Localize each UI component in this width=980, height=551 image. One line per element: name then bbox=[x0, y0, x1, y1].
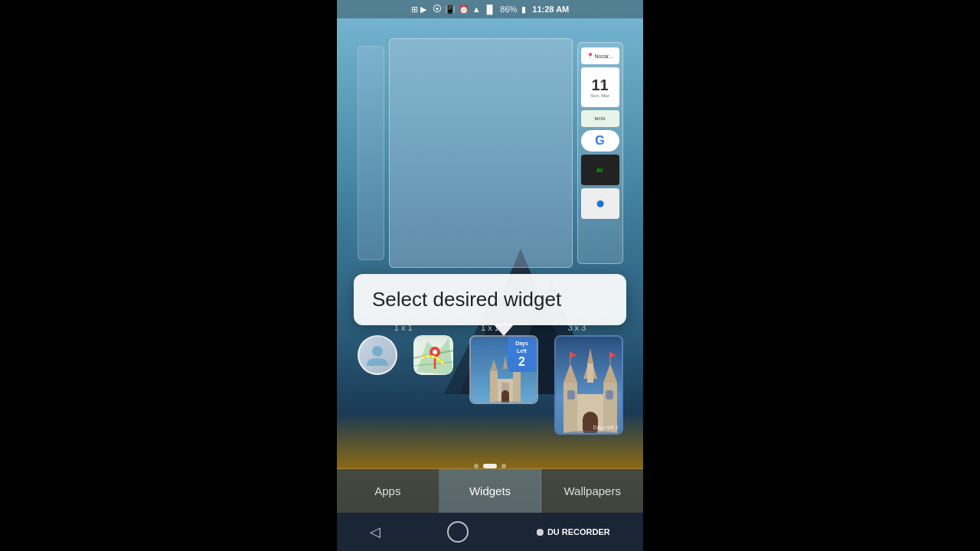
google-widget[interactable]: G bbox=[581, 130, 619, 152]
status-bar-content: ⊞ ▶ ⦿ 📳 ⏰ ▲ ▐▌ 86% ▮ 11:28 AM bbox=[411, 4, 569, 15]
back-icon: ◁ bbox=[370, 523, 381, 540]
phone-screen: ⊞ ▶ ⦿ 📳 ⏰ ▲ ▐▌ 86% ▮ 11:28 AM 📍 bbox=[337, 0, 643, 551]
svg-point-0 bbox=[372, 346, 383, 357]
svg-rect-29 bbox=[606, 390, 613, 399]
panels-area: 📍 Nozar... 11 Sun, Mar MON G AV 🔵 bbox=[337, 23, 643, 283]
av-icon: AV bbox=[596, 168, 603, 173]
contacts-widget-box[interactable] bbox=[358, 335, 397, 375]
google-g-icon: G bbox=[595, 134, 604, 148]
home-button[interactable] bbox=[447, 521, 469, 543]
contacts-icon-inner bbox=[359, 337, 396, 373]
calendar-widget: 11 Sun, Mar bbox=[581, 67, 619, 107]
wifi-icon: ▲ bbox=[472, 5, 481, 14]
days-left-bottom-text: Days left 2 bbox=[593, 425, 618, 430]
panel-right[interactable]: 📍 Nozar... 11 Sun, Mar MON G AV 🔵 bbox=[577, 42, 623, 264]
location-text: Nozar... bbox=[594, 54, 612, 59]
maps-svg bbox=[413, 335, 453, 375]
bluetooth-icon: ⦿ bbox=[433, 4, 442, 15]
svg-rect-7 bbox=[513, 371, 521, 404]
agenda-label: MON bbox=[595, 116, 606, 121]
svg-rect-6 bbox=[490, 371, 498, 404]
battery-icon: ▮ bbox=[521, 5, 526, 15]
tab-widgets[interactable]: Widgets bbox=[439, 469, 542, 513]
contacts-widget-item[interactable] bbox=[358, 335, 397, 375]
disney-castle-bg-large bbox=[556, 337, 622, 433]
chrome-icon: 🔵 bbox=[596, 201, 604, 207]
tab-wallpapers[interactable]: Wallpapers bbox=[541, 469, 643, 513]
maps-widget-item[interactable] bbox=[413, 335, 453, 375]
tab-apps[interactable]: Apps bbox=[337, 469, 439, 513]
widget-icons-row: DaysLeft 2 bbox=[337, 335, 643, 435]
recorder-label: DU RECORDER bbox=[547, 527, 610, 536]
days-left-label: DaysLeft bbox=[515, 341, 528, 354]
status-icons-left: ⊞ ▶ bbox=[411, 5, 426, 15]
calendar-day: Sun, Mar bbox=[590, 93, 609, 98]
disney-castle-svg-large bbox=[556, 337, 623, 435]
disney-widget-1x1-item[interactable]: DaysLeft 2 bbox=[469, 335, 538, 404]
av-widget: AV bbox=[581, 155, 619, 185]
days-number: 2 bbox=[510, 354, 534, 369]
bottom-tabs: Apps Widgets Wallpapers bbox=[337, 468, 643, 513]
status-bar: ⊞ ▶ ⦿ 📳 ⏰ ▲ ▐▌ 86% ▮ 11:28 AM bbox=[337, 0, 643, 18]
chromebook-widget: 🔵 bbox=[581, 188, 619, 219]
calendar-date: 11 bbox=[591, 77, 608, 93]
contacts-person-svg bbox=[365, 343, 390, 367]
signal-icon: ▐▌ bbox=[484, 5, 496, 14]
svg-point-3 bbox=[433, 350, 437, 354]
battery-percent: 86% bbox=[500, 5, 517, 14]
alarm-icon: ⏰ bbox=[459, 5, 469, 15]
svg-rect-21 bbox=[587, 364, 593, 383]
agenda-widget: MON bbox=[581, 110, 619, 127]
nav-bar: ◁ ⏺ DU RECORDER bbox=[337, 513, 643, 551]
location-widget: 📍 Nozar... bbox=[581, 47, 619, 64]
tooltip-bubble: Select desired widget bbox=[354, 274, 626, 325]
disney-widget-3x3-item[interactable]: Days left 2 bbox=[554, 335, 623, 435]
home-circle-icon bbox=[447, 521, 469, 543]
black-right bbox=[643, 0, 980, 551]
days-left-bottom: Days left 2 bbox=[593, 425, 618, 430]
record-icon: ⏺ bbox=[534, 526, 545, 538]
tooltip-text: Select desired widget bbox=[372, 288, 561, 311]
tab-apps-label: Apps bbox=[374, 484, 400, 497]
tab-widgets-label: Widgets bbox=[469, 484, 511, 497]
tab-wallpapers-label: Wallpapers bbox=[564, 484, 620, 497]
recorder-button[interactable]: ⏺ DU RECORDER bbox=[534, 526, 610, 538]
vibrate-icon: 📳 bbox=[445, 5, 456, 15]
location-pin-icon: 📍 bbox=[586, 53, 594, 60]
time: 11:28 AM bbox=[532, 5, 569, 14]
days-left-badge: DaysLeft 2 bbox=[508, 337, 537, 372]
black-left bbox=[0, 0, 337, 551]
svg-rect-28 bbox=[567, 390, 575, 399]
panel-center[interactable] bbox=[389, 38, 573, 268]
panel-left[interactable] bbox=[358, 46, 384, 260]
disney-widget-1x1[interactable]: DaysLeft 2 bbox=[469, 335, 538, 404]
disney-widget-3x3[interactable]: Days left 2 bbox=[554, 335, 623, 435]
back-button[interactable]: ◁ bbox=[370, 523, 381, 540]
maps-widget-box[interactable] bbox=[413, 335, 453, 375]
